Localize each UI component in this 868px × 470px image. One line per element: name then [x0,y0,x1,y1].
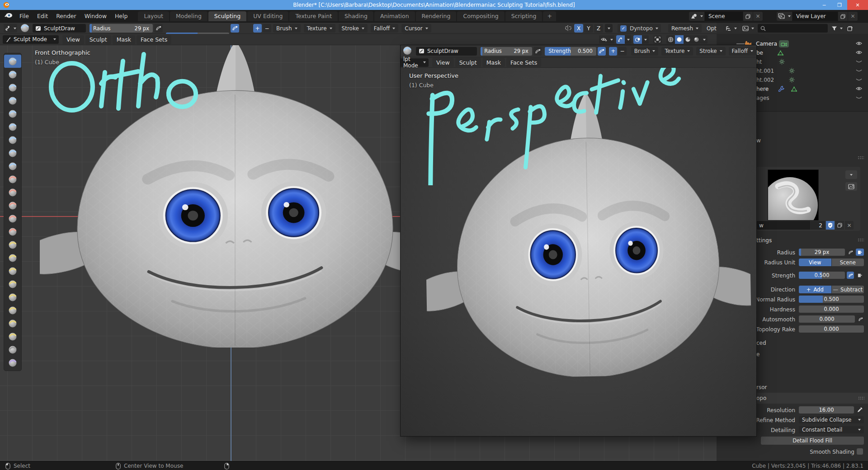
tool-clay[interactable] [4,81,21,94]
strength-field[interactable]: 0.500 [799,272,845,279]
tool-pose[interactable] [4,291,21,304]
view-layer-copy-button[interactable] [838,12,848,21]
visibility-eye-open[interactable] [856,41,862,47]
shading-solid-button[interactable] [675,35,684,44]
radius-pressure-button[interactable] [533,47,542,56]
tool-multiplane-scrape[interactable] [4,212,21,225]
outliner-filter-dropdown[interactable] [830,24,844,33]
resolution-eyedropper-button[interactable] [855,406,864,414]
blender-menu-icon[interactable] [5,12,13,20]
radius-pressure-button[interactable] [154,24,163,33]
xray-toggle[interactable] [653,35,662,44]
tab-shading[interactable]: Shading [339,11,373,21]
smooth-shading-checkbox[interactable] [857,448,863,455]
radius-field[interactable]: 29 px [799,249,845,256]
dyntopo-checkbox[interactable]: ✓ [620,25,627,32]
brush-preview-expand[interactable] [845,170,857,179]
autosmooth-pressure-button[interactable] [857,315,864,323]
radius-texture-button[interactable] [856,249,864,256]
strength-pressure-button[interactable] [231,24,239,33]
brush-icon-button[interactable] [845,182,857,191]
radius-unit-view[interactable]: View [799,258,831,266]
tool-rotate[interactable] [4,317,21,330]
close-button[interactable]: ✕ [847,0,868,10]
outliner-object-label[interactable]: ht [756,59,762,65]
outliner-object-label[interactable]: be [756,50,763,56]
strength-pressure-button[interactable] [598,47,606,56]
tab-compositing[interactable]: Compositing [457,11,504,21]
minimize-button[interactable]: ─ [816,0,832,10]
visibility-eye-closed[interactable] [856,77,862,84]
shading-rendered-button[interactable] [692,35,701,44]
brush-subtract-button[interactable]: − [263,24,271,33]
brush-preview-icon[interactable] [402,46,412,57]
tool-thumb[interactable] [4,277,21,291]
tool-draw[interactable] [4,55,21,68]
remesh-dropdown[interactable]: Remesh [668,24,702,33]
dropdown-cursor[interactable]: Cursor [401,24,431,33]
outliner-object-label[interactable]: ht.002 [756,77,774,83]
visibility-dropdown[interactable] [599,35,614,44]
radius-unit-scene[interactable]: Scene [832,258,864,266]
brush-unlink-button[interactable]: ✕ [845,221,854,230]
tool-scrape[interactable] [4,199,21,212]
tool-grab[interactable] [4,238,21,251]
viewport-menu-view[interactable]: View [62,35,84,44]
dropdown-stroke[interactable]: Stroke [339,24,368,33]
tool-annotate[interactable] [4,356,21,369]
mirror-axis-z[interactable]: Z [594,24,603,33]
tool-nudge[interactable] [4,304,21,317]
tool-clay-strips[interactable] [4,94,21,107]
scene-browse-button[interactable] [689,12,705,21]
new-collection-button[interactable] [846,24,854,33]
active-tool-dropdown[interactable] [4,24,17,33]
brush-add-button[interactable]: + [609,47,617,56]
mode-selector-partial[interactable]: lpt Mode [401,58,429,67]
strength-pressure-button[interactable] [847,272,854,279]
menu-file[interactable]: File [15,11,33,21]
brush-copy-button[interactable] [835,221,844,230]
visibility-eye-closed[interactable] [856,95,862,102]
tool-draw-sharp[interactable] [4,68,21,81]
tab-rendering[interactable]: Rendering [416,11,457,21]
dropdown-brush[interactable]: Brush [273,24,301,33]
tool-smooth[interactable] [4,173,21,186]
viewport-menu-face-sets[interactable]: Face Sets [506,58,541,67]
detail-flood-fill-button[interactable]: Detail Flood Fill [761,437,864,445]
brush-datablock-field[interactable]: SculptDraw [33,24,86,33]
tool-layer[interactable] [4,120,21,133]
resolution-field[interactable]: 16.00 [799,406,854,414]
dyntopo-panel-header[interactable]: opo [741,393,868,404]
tab-uv-editing[interactable]: UV Editing [247,11,288,21]
dropdown-falloff[interactable]: Falloff [729,47,756,56]
tab-modeling[interactable]: Modeling [170,11,208,21]
viewport-menu-face-sets[interactable]: Face Sets [137,35,171,44]
tool-blob[interactable] [4,146,21,160]
mirror-axis-x[interactable]: X [574,24,583,33]
outliner-object-label[interactable]: ages [756,95,769,101]
hardness-field[interactable]: 0.000 [799,306,864,313]
tool-snake-hook[interactable] [4,264,21,277]
topology-rake-field[interactable]: 0.000 [799,325,864,333]
fake-user-shield-button[interactable] [826,221,835,230]
outliner-object-label[interactable]: ht.001 [756,68,774,74]
visibility-eye-closed[interactable] [856,68,862,75]
visibility-eye-open[interactable] [856,86,862,93]
mirror-axis-y[interactable]: Y [584,24,593,33]
tool-slide-relax[interactable] [4,330,21,343]
dropdown-brush[interactable]: Brush [631,47,659,56]
radius-slider[interactable]: Radius 29 px [90,24,153,33]
menu-edit[interactable]: Edit [33,11,52,21]
dropdown-stroke[interactable]: Stroke [696,47,725,56]
scene-name[interactable]: Scene [705,12,743,21]
normal-radius-field[interactable]: 0.500 [799,296,864,303]
mode-selector[interactable]: Sculpt Mode [3,35,59,44]
radius-pressure-button[interactable] [847,249,854,256]
brush-name-field[interactable]: w [756,221,810,230]
shading-dropdown[interactable] [701,35,708,44]
brush-preview[interactable] [768,169,819,221]
scene-copy-button[interactable] [743,12,753,21]
outliner-filter-image-dropdown[interactable] [741,24,756,33]
viewport-menu-mask[interactable]: Mask [482,58,505,67]
tab-layout[interactable]: Layout [138,11,169,21]
